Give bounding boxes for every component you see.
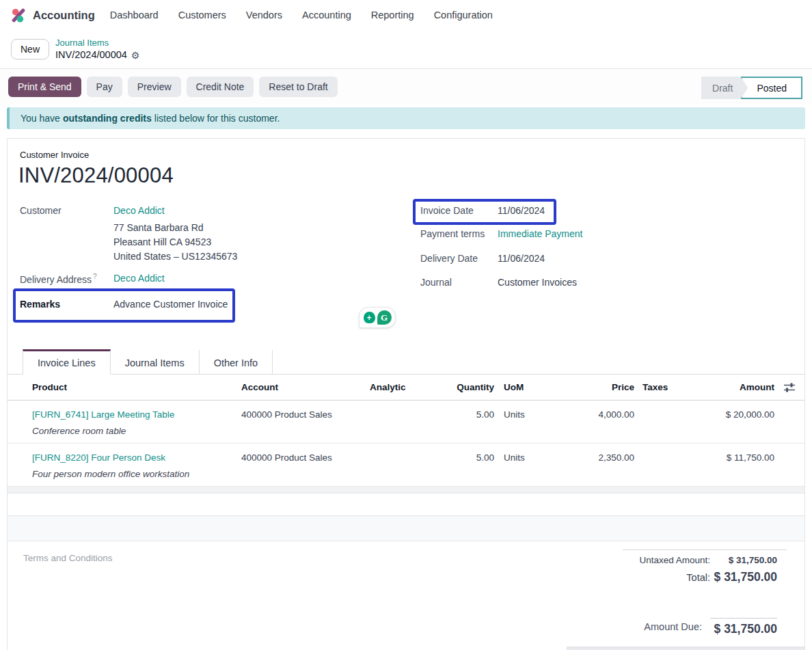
quantity-cell[interactable]: 5.00	[433, 409, 494, 436]
table-row[interactable]: [FURN_6741] Large Meeting Table Conferen…	[8, 401, 804, 444]
breadcrumb-parent-link[interactable]: Journal Items	[55, 38, 139, 49]
customer-link[interactable]: Deco Addict	[113, 205, 165, 216]
product-cell: [FURN_8220] Four Person Desk Four person…	[8, 452, 236, 479]
price-cell[interactable]: 2,350.00	[556, 452, 634, 479]
alert-text-suffix: listed below for this customer.	[154, 113, 280, 124]
notebook-tabs: Invoice Lines Journal Items Other Info	[8, 349, 804, 375]
untaxed-amount-row: Untaxed Amount: $ 31,750.00	[639, 555, 777, 565]
col-account[interactable]: Account	[236, 382, 364, 392]
lines-table-header: Product Account Analytic Quantity UoM Pr…	[8, 375, 804, 401]
payment-terms-link[interactable]: Immediate Payment	[498, 228, 583, 239]
move-type-label: Customer Invoice	[20, 150, 89, 160]
customer-address: 77 Santa Barbara Rd Pleasant Hill CA 945…	[113, 221, 237, 264]
menu-dashboard[interactable]: Dashboard	[110, 10, 159, 21]
total-row: Total: $ 31,750.00	[686, 570, 777, 584]
col-amount[interactable]: Amount	[699, 382, 774, 392]
amount-due-row: Amount Due: $ 31,750.00	[644, 618, 777, 636]
outstanding-credits-alert: You have outstanding credits listed belo…	[7, 107, 805, 129]
uom-cell: Units	[494, 452, 556, 479]
uom-cell: Units	[494, 409, 556, 436]
journal-label: Journal	[420, 277, 452, 288]
menu-reporting[interactable]: Reporting	[371, 10, 414, 21]
col-analytic[interactable]: Analytic	[364, 382, 433, 392]
terms-and-conditions-placeholder[interactable]: Terms and Conditions	[23, 553, 113, 563]
menu-vendors[interactable]: Vendors	[246, 10, 282, 21]
pay-button[interactable]: Pay	[87, 77, 122, 97]
delivery-date-label: Delivery Date	[420, 253, 478, 264]
amount-cell: $ 20,000.00	[699, 409, 774, 436]
totals-divider	[623, 550, 787, 550]
taxes-cell[interactable]	[634, 409, 699, 436]
print-send-button[interactable]: Print & Send	[8, 77, 81, 97]
tab-other-info[interactable]: Other Info	[200, 349, 273, 374]
status-draft[interactable]: Draft	[701, 77, 748, 99]
status-posted: Posted	[741, 77, 802, 99]
optional-columns-icon[interactable]	[784, 383, 795, 392]
tab-journal-items[interactable]: Journal Items	[111, 349, 200, 374]
customer-label: Customer	[20, 205, 62, 216]
invoice-header: Customer Invoice INV/2024/00004 Customer…	[8, 139, 804, 349]
alert-text-prefix: You have	[21, 113, 60, 124]
price-cell[interactable]: 4,000.00	[556, 409, 634, 436]
invoice-date-value[interactable]: 11/06/2024	[498, 205, 545, 216]
new-button[interactable]: New	[11, 39, 49, 59]
menu-accounting[interactable]: Accounting	[302, 10, 351, 21]
control-panel: Print & Send Pay Preview Credit Note Res…	[0, 68, 812, 105]
taxes-cell[interactable]	[634, 452, 699, 479]
delivery-address-link[interactable]: Deco Addict	[113, 273, 165, 284]
col-taxes[interactable]: Taxes	[634, 382, 699, 392]
breadcrumb-current: INV/2024/00004 ⚙	[55, 49, 139, 61]
col-product[interactable]: Product	[8, 382, 236, 392]
suggestion-bulb-icon[interactable]: +	[364, 312, 375, 323]
address-line: Pleasant Hill CA 94523	[113, 235, 237, 249]
table-row-strip	[8, 487, 804, 493]
product-description: Four person modern office workstation	[32, 469, 236, 479]
table-row[interactable]: [FURN_8220] Four Person Desk Four person…	[8, 444, 804, 487]
app-brand[interactable]: Accounting	[11, 8, 95, 23]
product-link[interactable]: [FURN_8220] Four Person Desk	[32, 452, 165, 463]
grammarly-icon[interactable]: G	[377, 310, 392, 325]
optional-columns-cell	[774, 383, 804, 392]
settings-gear-icon[interactable]: ⚙	[131, 51, 140, 60]
quantity-cell[interactable]: 5.00	[433, 452, 494, 479]
odoo-logo-icon	[11, 8, 27, 23]
account-cell[interactable]: 400000 Product Sales	[236, 452, 364, 479]
analytic-cell[interactable]	[364, 409, 433, 436]
invoice-form-sheet: Customer Invoice INV/2024/00004 Customer…	[7, 138, 805, 650]
address-line: 77 Santa Barbara Rd	[113, 221, 237, 235]
remarks-label: Remarks	[20, 299, 60, 310]
menu-customers[interactable]: Customers	[178, 10, 226, 21]
menu-configuration[interactable]: Configuration	[434, 10, 493, 21]
amount-due-value: $ 31,750.00	[710, 618, 777, 636]
total-value: $ 31,750.00	[710, 570, 777, 584]
tab-invoice-lines[interactable]: Invoice Lines	[23, 349, 111, 375]
reset-to-draft-button[interactable]: Reset to Draft	[259, 77, 337, 97]
totals-block: Untaxed Amount: $ 31,750.00 Total: $ 31,…	[639, 555, 777, 589]
action-buttons: Print & Send Pay Preview Credit Note Res…	[8, 77, 338, 97]
address-line: United States – US12345673	[113, 249, 237, 264]
amount-due-label: Amount Due:	[644, 618, 702, 632]
grammarly-widget[interactable]: + G	[359, 307, 396, 328]
product-description: Conference room table	[32, 426, 236, 436]
invoice-footer: Terms and Conditions Untaxed Amount: $ 3…	[8, 541, 804, 650]
app-title: Accounting	[33, 9, 95, 22]
preview-button[interactable]: Preview	[128, 77, 181, 97]
col-quantity[interactable]: Quantity	[433, 382, 494, 392]
remarks-value[interactable]: Advance Customer Invoice	[113, 299, 228, 310]
empty-table-row	[8, 516, 804, 541]
journal-value[interactable]: Customer Invoices	[498, 277, 577, 288]
breadcrumb: New Journal Items INV/2024/00004 ⚙	[0, 30, 812, 68]
main-menu: Dashboard Customers Vendors Accounting R…	[110, 10, 493, 21]
account-cell[interactable]: 400000 Product Sales	[236, 409, 364, 436]
delivery-date-value[interactable]: 11/06/2024	[498, 253, 545, 264]
help-question-icon[interactable]: ?	[93, 273, 97, 280]
document-reference: INV/2024/00004	[55, 49, 127, 61]
alert-text-bold: outstanding credits	[63, 113, 152, 124]
col-price[interactable]: Price	[556, 382, 634, 392]
untaxed-amount-label: Untaxed Amount:	[639, 555, 710, 565]
col-uom[interactable]: UoM	[494, 382, 556, 392]
top-navbar: Accounting Dashboard Customers Vendors A…	[0, 0, 812, 30]
product-link[interactable]: [FURN_6741] Large Meeting Table	[32, 409, 174, 420]
analytic-cell[interactable]	[364, 452, 433, 479]
credit-note-button[interactable]: Credit Note	[187, 77, 254, 97]
